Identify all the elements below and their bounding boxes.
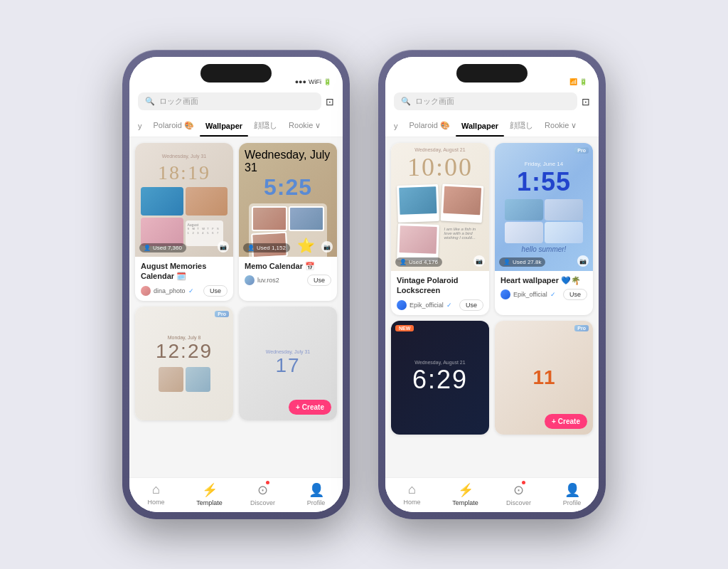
right-search-bar: 🔍 ロック画面 ⊡ <box>385 88 599 115</box>
right-home-icon: ⌂ <box>408 482 416 497</box>
nav-template-left[interactable]: ⚡ Template <box>192 482 228 506</box>
blue-used-badge: 👤 Used 27.8k <box>499 257 545 267</box>
right-discover-label: Discover <box>506 499 531 506</box>
nav-template-right[interactable]: ⚡ Template <box>448 482 483 506</box>
dark-wallpaper-card[interactable]: NEW Wednesday, August 21 6:29 <box>391 321 489 435</box>
tab-face[interactable]: 顔隠し <box>248 115 283 137</box>
nav-profile-right[interactable]: 👤 Profile <box>555 482 590 506</box>
memo-card-title: Memo Calendar 📅 <box>245 261 331 271</box>
right-tabs-bar: y Polaroid 🎨 Wallpaper 顔隠し Rookie ∨ <box>385 115 599 137</box>
aug-use-btn[interactable]: Use <box>203 285 228 297</box>
pro-photos <box>159 367 210 392</box>
right-tab-face[interactable]: 顔隠し <box>504 115 539 137</box>
right-search-input-area[interactable]: 🔍 ロック画面 <box>394 92 577 110</box>
memo-avatar <box>245 275 255 285</box>
memo-calendar-card[interactable]: Wednesday, July 31 5:25 ⭐ 👤 Used 1,152 <box>239 143 337 301</box>
right-content-area: Wednesday, August 21 10:00 <box>385 137 599 477</box>
pol-img-1 <box>399 186 437 215</box>
heart-card-title: Heart wallpaper 💙🌴 <box>500 275 587 285</box>
memo-time: 5:25 <box>264 174 312 201</box>
right-template-label: Template <box>452 499 478 506</box>
template-icon: ⚡ <box>202 482 218 498</box>
nav-profile-left[interactable]: 👤 Profile <box>299 482 334 506</box>
pro-monday-card[interactable]: Pro Monday, July 8 12:29 <box>135 307 233 420</box>
aug-author-name: dina_photo <box>154 287 186 294</box>
amusement-pro-badge: Pro <box>574 325 589 331</box>
create-button[interactable]: + Create <box>289 400 331 415</box>
create-label: Create <box>302 403 324 411</box>
pol-2 <box>440 184 483 223</box>
right-template-icon: ⚡ <box>458 482 473 498</box>
right-create-label: Create <box>558 418 580 425</box>
vintage-avatar <box>397 300 407 310</box>
search-input-area[interactable]: 🔍 ロック画面 <box>138 92 321 110</box>
right-search-placeholder: ロック画面 <box>415 96 454 107</box>
amusement-time: 11 <box>532 366 555 389</box>
right-tab-rookie[interactable]: Rookie ∨ <box>539 115 582 137</box>
bp-3 <box>505 222 543 243</box>
expand-icon[interactable]: ⊡ <box>326 96 334 107</box>
blue-pro-badge: Pro <box>574 147 589 154</box>
new-badge: NEW <box>395 325 414 331</box>
aug-card-info: August Memories Calendar 🗓️ dina_photo ✓… <box>135 257 233 301</box>
vintage-author: Epik_official ✓ <box>397 300 452 310</box>
right-tab-y[interactable]: y <box>388 115 404 137</box>
create-preview: Wednesday, July 31 17 + Create <box>239 307 337 420</box>
right-tab-polaroid[interactable]: Polaroid 🎨 <box>404 115 456 137</box>
heart-use-btn[interactable]: Use <box>563 289 587 300</box>
aug-time: 18:19 <box>158 161 210 184</box>
aug-date: Wednesday, July 31 <box>162 154 206 159</box>
aug-memories-card[interactable]: Wednesday, July 31 18:19 August SMTWTFS … <box>135 143 233 301</box>
heart-wallpaper-card[interactable]: Pro Friday, June 14 1:55 hello summer! 👤 <box>495 143 593 315</box>
nav-home-right[interactable]: ⌂ Home <box>395 482 430 506</box>
memo-used-count: Used 1,152 <box>257 245 286 251</box>
aug-author: dina_photo ✓ <box>141 286 194 296</box>
tab-polaroid[interactable]: Polaroid 🎨 <box>148 115 200 137</box>
right-tab-wallpaper[interactable]: Wallpaper <box>456 115 504 137</box>
profile-icon: 👤 <box>309 482 324 498</box>
bp-4 <box>545 222 583 243</box>
aug-used-count: Used 7,360 <box>153 245 182 251</box>
nav-home-left[interactable]: ⌂ Home <box>139 482 174 506</box>
left-bottom-nav: ⌂ Home ⚡ Template ⊙ Discover 👤 Profile <box>129 477 343 512</box>
right-notch <box>456 64 528 83</box>
vintage-use-btn[interactable]: Use <box>459 299 483 311</box>
discover-icon: ⊙ <box>257 482 268 498</box>
heart-card-info: Heart wallpaper 💙🌴 Epik_official ✓ Use <box>495 271 593 304</box>
nav-discover-right[interactable]: ⊙ Discover <box>501 482 537 506</box>
vintage-author-row: Epik_official ✓ Use <box>397 299 483 311</box>
right-expand-icon[interactable]: ⊡ <box>582 96 590 107</box>
memo-author-name: luv.ros2 <box>257 277 279 284</box>
aug-author-row: dina_photo ✓ Use <box>141 285 228 297</box>
aug-photos: August SMTWTFS 1234567 <box>141 187 228 246</box>
right-create-button[interactable]: + Create <box>545 414 587 429</box>
tab-rookie[interactable]: Rookie ∨ <box>283 115 326 137</box>
right-profile-label: Profile <box>563 499 582 506</box>
right-phone-screen: 📶 🔋 🔍 ロック画面 ⊡ y Polaroid 🎨 Wallpaper 顔隠し… <box>385 57 599 512</box>
user-icon-4: 👤 <box>503 259 510 265</box>
star-sticker: ⭐ <box>289 233 324 257</box>
aug-preview: Wednesday, July 31 18:19 August SMTWTFS … <box>135 143 233 257</box>
amusement-card[interactable]: Pro 11 + Create <box>495 321 593 435</box>
signal-icons: ●●● WiFi 🔋 <box>295 78 331 85</box>
vintage-polaroid-card[interactable]: Wednesday, August 21 10:00 <box>391 143 489 315</box>
pro-preview: Pro Monday, July 8 12:29 <box>135 307 233 420</box>
aug-verified: ✓ <box>188 287 194 294</box>
tab-y[interactable]: y <box>132 115 148 137</box>
tab-wallpaper[interactable]: Wallpaper <box>200 115 248 137</box>
memo-photo-2 <box>289 206 324 231</box>
vintage-date: Wednesday, August 21 <box>414 147 465 152</box>
memo-author-row: luv.ros2 Use <box>245 275 331 286</box>
profile-label: Profile <box>307 499 326 506</box>
create-card[interactable]: Wednesday, July 31 17 + Create <box>239 307 337 420</box>
nav-discover-left[interactable]: ⊙ Discover <box>245 482 281 506</box>
blue-time: 1:55 <box>517 167 571 197</box>
memo-use-btn[interactable]: Use <box>307 275 331 286</box>
hello-summer: hello summer! <box>522 245 567 253</box>
heart-author: Epik_official ✓ <box>500 289 556 299</box>
bp-1 <box>505 199 543 220</box>
home-icon: ⌂ <box>152 482 160 497</box>
memo-photo-1 <box>252 206 287 231</box>
pro-date: Monday, July 8 <box>168 335 201 340</box>
right-search-icon: 🔍 <box>401 97 411 106</box>
